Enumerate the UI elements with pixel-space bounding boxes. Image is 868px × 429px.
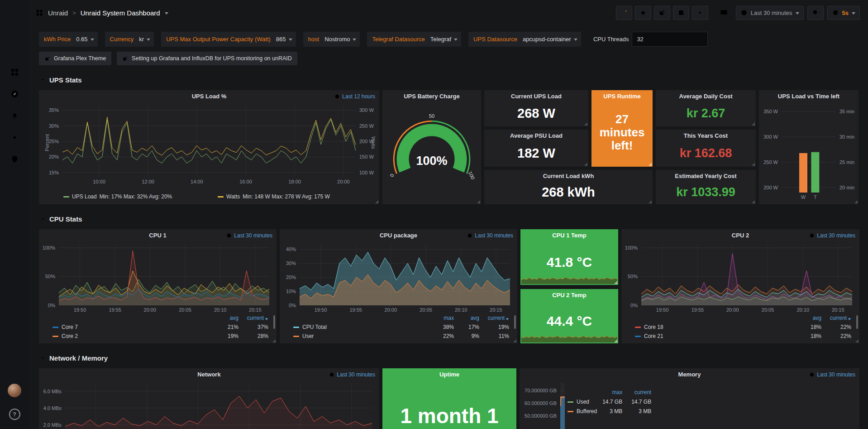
legend-header-current[interactable]: current <box>622 389 651 395</box>
legend-header-current[interactable]: current <box>479 314 509 322</box>
legend-scrollbar[interactable] <box>273 315 275 329</box>
row-title: CPU Stats <box>49 215 82 223</box>
row-network-memory: Network Last 30 minutes 19:5019:5520:002… <box>39 368 868 429</box>
legend-scrollbar[interactable] <box>514 315 516 329</box>
legend-series[interactable]: Buffered <box>568 408 597 415</box>
panel-title[interactable]: Current UPS Load <box>511 93 562 100</box>
legend-series[interactable]: Used <box>568 399 597 405</box>
panel-title[interactable]: UPS Runtime <box>603 93 640 100</box>
panel-title[interactable]: Current Load kWh <box>543 173 594 179</box>
panel-title[interactable]: Uptime <box>439 371 459 378</box>
sidebar-item-admin[interactable] <box>5 150 24 168</box>
legend-header-max[interactable]: max <box>429 314 454 322</box>
cpu-threads-input[interactable] <box>632 32 708 47</box>
user-avatar[interactable] <box>5 382 24 399</box>
cpu1-chart[interactable]: 19:5019:5520:0020:0520:1020:15100%50%0% <box>59 244 269 305</box>
panel-title[interactable]: CPU 2 <box>732 232 749 239</box>
variable-currency[interactable]: Currency kr <box>105 32 154 47</box>
row-header-cpu-stats[interactable]: CPU Stats <box>40 215 868 223</box>
share-dashboard-button[interactable] <box>654 6 670 20</box>
time-override[interactable]: Last 12 hours <box>334 93 375 100</box>
sidebar-item-alerting[interactable] <box>5 107 24 124</box>
tv-mode-button[interactable] <box>715 6 732 20</box>
dashboard-settings-button[interactable] <box>692 6 708 20</box>
variable-ups-max-power[interactable]: UPS Max Output Power Capacity (Watt) 865 <box>161 32 296 47</box>
time-override[interactable]: Last 30 minutes <box>809 371 855 378</box>
sidebar-item-create[interactable] <box>5 42 24 59</box>
panel-title[interactable]: CPU 1 <box>149 232 166 239</box>
series-label[interactable]: Watts <box>226 193 240 200</box>
dashboard-link-ups-guide[interactable]: Setting up Grafana and InfluxDB for UPS … <box>117 52 297 65</box>
cpu2-chart[interactable]: 19:5019:5520:0020:0520:1020:15100%50%0% <box>641 244 852 305</box>
page-title[interactable]: Unraid System Dashboard <box>81 9 160 17</box>
network-chart[interactable]: 19:5019:5520:0020:0520:1020:156.0 MBs4.0… <box>65 383 372 429</box>
time-override[interactable]: Last 30 minutes <box>467 232 513 239</box>
breadcrumb[interactable]: Unraid > Unraid System Dashboard <box>35 9 168 17</box>
panel-title[interactable]: CPU 2 Temp <box>552 292 587 299</box>
legend-series[interactable]: Core 18 <box>635 323 795 331</box>
panel-title[interactable]: Network <box>197 371 220 378</box>
time-override[interactable]: Last 30 minutes <box>226 232 272 239</box>
legend-series[interactable]: CPU Total <box>293 323 429 331</box>
variable-ups-datasource[interactable]: UPS Datasource apcupsd-container <box>468 32 581 47</box>
refresh-interval-label[interactable]: 5s <box>842 10 849 16</box>
chevron-down-icon <box>40 216 46 222</box>
dashboard-link-plex-theme[interactable]: Grafana Plex Theme <box>39 52 111 65</box>
legend-item[interactable]: Watts Min: 148 W Max: 278 W Avg: 175 W <box>218 193 372 200</box>
legend-item[interactable]: UPS Load Min: 17% Max: 32% Avg: 20% <box>63 193 218 200</box>
variable-telegraf-datasource[interactable]: Telegraf Datasource Telegraf <box>367 32 461 47</box>
legend-series[interactable]: Core 7 <box>52 323 212 331</box>
sidebar-item-configuration[interactable] <box>5 129 24 146</box>
legend-header-avg[interactable]: avg <box>212 314 238 322</box>
legend-scrollbar[interactable] <box>856 315 858 329</box>
legend-header-avg[interactable]: avg <box>454 314 479 322</box>
add-panel-button[interactable] <box>616 6 632 20</box>
legend-header-avg[interactable]: avg <box>795 314 821 322</box>
legend-header-current[interactable]: current <box>238 314 268 322</box>
breadcrumb-app[interactable]: Unraid <box>48 9 68 17</box>
refresh-button[interactable]: 5s <box>827 6 860 20</box>
panel-title[interactable]: UPS Battery Charge <box>404 93 460 100</box>
row-header-network-memory[interactable]: Network / Memory <box>40 354 868 362</box>
zoom-out-button[interactable] <box>807 6 824 20</box>
legend-series[interactable]: Core 2 <box>52 333 212 340</box>
axis-tick: 19:55 <box>692 307 704 313</box>
load-vs-time-chart[interactable]: 350 W300 W250 W200 W35 min30 min25 min20… <box>782 106 836 193</box>
cpu-package-chart[interactable]: 19:5019:5520:0020:0520:1020:1540%30%20%1… <box>300 244 510 305</box>
panel-title[interactable]: UPS Load % <box>192 93 227 100</box>
panel-title[interactable]: Estimated Yearly Cost <box>675 173 736 179</box>
panel-title[interactable]: This Years Cost <box>684 132 728 139</box>
grafana-logo[interactable] <box>5 5 24 23</box>
sidebar-item-dashboards[interactable] <box>5 63 24 81</box>
panel-title[interactable]: UPS Load vs Time left <box>778 93 839 100</box>
axis-tick: 20:10 <box>455 307 467 313</box>
panel-title[interactable]: Average PSU Load <box>510 132 563 139</box>
battery-gauge[interactable]: 050100100% <box>387 103 477 200</box>
panel-title[interactable]: CPU package <box>380 232 417 239</box>
legend-max-value: 38% <box>429 323 454 331</box>
series-label[interactable]: UPS Load <box>72 193 97 200</box>
time-override[interactable]: Last 30 minutes <box>329 371 375 378</box>
panel-title[interactable]: Memory <box>678 371 701 378</box>
variable-kwh-price[interactable]: kWh Price 0.65 <box>39 32 98 47</box>
ups-load-chart[interactable]: 10:0012:0014:0016:0018:0020:0035%30%25%2… <box>62 106 356 177</box>
legend-header-current[interactable]: current <box>821 314 851 322</box>
legend-max-value: 14.7 GB <box>597 399 622 405</box>
panel-title[interactable]: CPU 1 Temp <box>552 232 587 239</box>
time-range-button[interactable]: Last 30 minutes <box>736 6 804 20</box>
help-button[interactable]: ? <box>5 405 24 423</box>
star-dashboard-button[interactable] <box>635 6 651 20</box>
stat-value: 27 minutes left! <box>591 102 653 167</box>
legend-series[interactable]: Core 21 <box>635 333 795 340</box>
panel-title[interactable]: Average Daily Cost <box>679 93 732 100</box>
stat-value: 182 W <box>484 141 588 167</box>
variable-host[interactable]: host Nostromo <box>303 32 360 47</box>
external-link-icon <box>122 56 128 62</box>
save-dashboard-button[interactable] <box>673 6 689 20</box>
legend-avg-value: 9% <box>454 333 479 340</box>
time-override[interactable]: Last 30 minutes <box>809 232 855 239</box>
row-header-ups-stats[interactable]: UPS Stats <box>40 76 868 84</box>
legend-header-max[interactable]: max <box>597 389 622 395</box>
sidebar-item-explore[interactable] <box>5 85 24 102</box>
legend-series[interactable]: User <box>293 333 429 340</box>
